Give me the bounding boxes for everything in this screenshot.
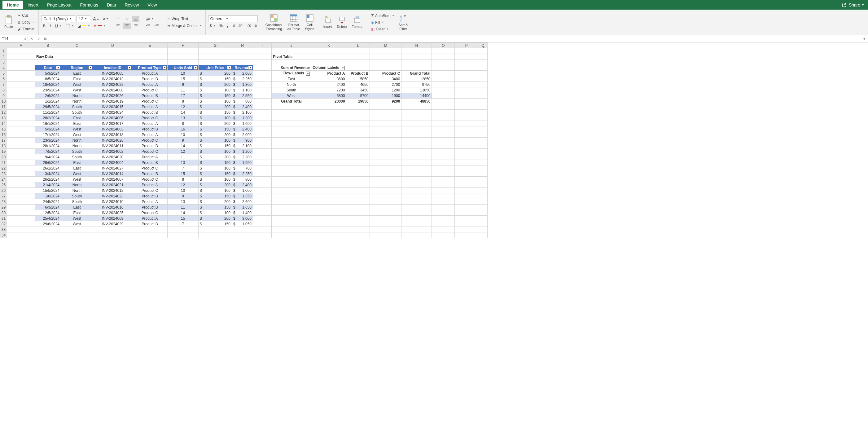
- cell-O31[interactable]: [432, 216, 455, 221]
- filter-dropdown[interactable]: ▾: [163, 66, 167, 70]
- cell-H17[interactable]: $900: [232, 137, 253, 143]
- cell-H18[interactable]: $2,100: [232, 143, 253, 149]
- cell-H4[interactable]: Revenue▾: [232, 65, 253, 71]
- formula-input[interactable]: [48, 38, 861, 39]
- cell-L2[interactable]: [346, 54, 370, 60]
- conditional-formatting-button[interactable]: Conditional Formatting: [264, 13, 284, 31]
- cell-E32[interactable]: Product B: [132, 221, 167, 227]
- cell-D10[interactable]: INV-2024019: [93, 98, 132, 104]
- cell-K10[interactable]: 20000: [311, 98, 346, 104]
- row-header-22[interactable]: 22: [0, 165, 7, 171]
- cell-C3[interactable]: [61, 60, 93, 65]
- cell-K13[interactable]: [311, 115, 346, 121]
- cell-Q29[interactable]: [478, 205, 488, 210]
- cell-N11[interactable]: [401, 104, 432, 110]
- cell-I14[interactable]: [253, 121, 272, 126]
- cell-I15[interactable]: [253, 126, 272, 132]
- cell-D14[interactable]: INV-2024017: [93, 121, 132, 126]
- cell-Q14[interactable]: [478, 121, 488, 126]
- cell-L28[interactable]: [346, 199, 370, 205]
- cell-A21[interactable]: [7, 160, 35, 165]
- cell-P19[interactable]: [455, 149, 478, 154]
- cell-B34[interactable]: [35, 233, 61, 238]
- cell-C12[interactable]: South: [61, 110, 93, 115]
- cell-G13[interactable]: $100: [198, 115, 232, 121]
- cell-P33[interactable]: [455, 227, 478, 233]
- cell-A2[interactable]: [7, 54, 35, 60]
- cell-B33[interactable]: [35, 227, 61, 233]
- cell-N13[interactable]: [401, 115, 432, 121]
- cell-I11[interactable]: [253, 104, 272, 110]
- cell-G4[interactable]: Unit Price▾: [198, 65, 232, 71]
- cell-C10[interactable]: North: [61, 98, 93, 104]
- cell-A16[interactable]: [7, 132, 35, 137]
- cell-L11[interactable]: [346, 104, 370, 110]
- cell-M26[interactable]: [370, 188, 401, 193]
- cell-F23[interactable]: 15: [167, 171, 198, 177]
- cell-D5[interactable]: INV-2024005: [93, 71, 132, 76]
- cell-Q23[interactable]: [478, 171, 488, 177]
- autosum-button[interactable]: ΣAutoSum: [370, 12, 395, 19]
- cell-N19[interactable]: [401, 149, 432, 154]
- cell-G11[interactable]: $200: [198, 104, 232, 110]
- cell-K23[interactable]: [311, 171, 346, 177]
- cell-I34[interactable]: [253, 233, 272, 238]
- cell-O23[interactable]: [432, 171, 455, 177]
- cell-I31[interactable]: [253, 216, 272, 221]
- cell-N14[interactable]: [401, 121, 432, 126]
- cell-E31[interactable]: Product A: [132, 216, 167, 221]
- cell-M12[interactable]: [370, 110, 401, 115]
- cell-B25[interactable]: 21/4/2024: [35, 182, 61, 188]
- cell-Q33[interactable]: [478, 227, 488, 233]
- cell-J30[interactable]: [272, 210, 311, 216]
- cell-H14[interactable]: $1,600: [232, 121, 253, 126]
- cell-N21[interactable]: [401, 160, 432, 165]
- cell-L23[interactable]: [346, 171, 370, 177]
- cell-E7[interactable]: Product A: [132, 82, 167, 87]
- row-header-23[interactable]: 23: [0, 171, 7, 177]
- cell-Q24[interactable]: [478, 177, 488, 182]
- cell-P25[interactable]: [455, 182, 478, 188]
- cell-N22[interactable]: [401, 165, 432, 171]
- cell-O3[interactable]: [432, 60, 455, 65]
- cell-J31[interactable]: [272, 216, 311, 221]
- cell-P27[interactable]: [455, 193, 478, 199]
- align-left-button[interactable]: [115, 23, 122, 29]
- cell-H26[interactable]: $1,000: [232, 188, 253, 193]
- cell-C17[interactable]: North: [61, 137, 93, 143]
- cell-J4[interactable]: Sum of Revenue: [272, 65, 311, 71]
- cell-I17[interactable]: [253, 137, 272, 143]
- cell-A22[interactable]: [7, 165, 35, 171]
- cell-I30[interactable]: [253, 210, 272, 216]
- cell-O6[interactable]: [432, 76, 455, 82]
- cell-C15[interactable]: West: [61, 126, 93, 132]
- insert-cells-button[interactable]: Insert: [321, 15, 334, 29]
- sort-filter-button[interactable]: AZSort & Filter: [397, 13, 410, 31]
- cell-G14[interactable]: $200: [198, 121, 232, 126]
- cell-F28[interactable]: 13: [167, 199, 198, 205]
- cell-G8[interactable]: $100: [198, 87, 232, 93]
- row-header-4[interactable]: 4: [0, 65, 7, 71]
- cell-H27[interactable]: $1,350: [232, 193, 253, 199]
- cell-K5[interactable]: Product A: [311, 71, 346, 76]
- cell-A30[interactable]: [7, 210, 35, 216]
- cell-B17[interactable]: 23/3/2024: [35, 137, 61, 143]
- cell-M14[interactable]: [370, 121, 401, 126]
- cell-O12[interactable]: [432, 110, 455, 115]
- cell-B32[interactable]: 29/6/2024: [35, 221, 61, 227]
- cell-A23[interactable]: [7, 171, 35, 177]
- cell-J6[interactable]: East: [272, 76, 311, 82]
- cut-button[interactable]: ✂Cut: [16, 12, 36, 19]
- cell-M8[interactable]: 1200: [370, 87, 401, 93]
- cell-N28[interactable]: [401, 199, 432, 205]
- cell-N18[interactable]: [401, 143, 432, 149]
- cell-A10[interactable]: [7, 98, 35, 104]
- cell-H32[interactable]: $1,050: [232, 221, 253, 227]
- cell-K22[interactable]: [311, 165, 346, 171]
- cell-J24[interactable]: [272, 177, 311, 182]
- cell-N24[interactable]: [401, 177, 432, 182]
- cell-P34[interactable]: [455, 233, 478, 238]
- cell-H25[interactable]: $2,400: [232, 182, 253, 188]
- cell-I21[interactable]: [253, 160, 272, 165]
- cell-K11[interactable]: [311, 104, 346, 110]
